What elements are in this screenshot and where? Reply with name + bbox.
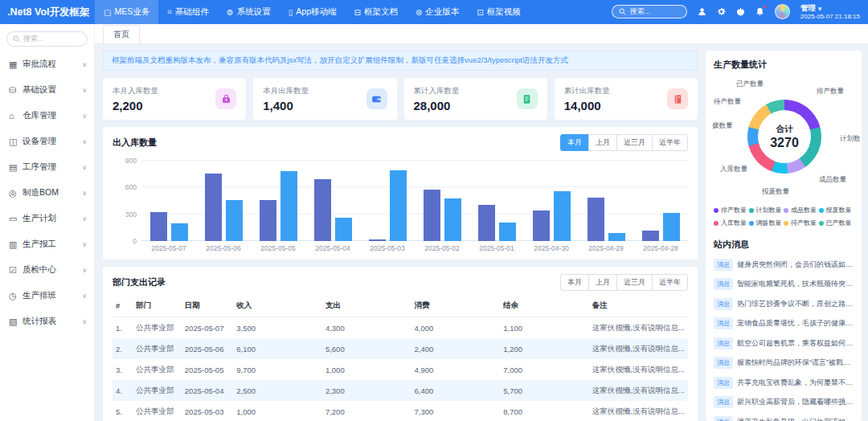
- nav-item-MES业务[interactable]: ▢MES业务: [95, 0, 158, 24]
- nav-item-框架文档[interactable]: ⊟框架文档: [346, 0, 407, 24]
- user-menu[interactable]: 管理 ∨ 2025-05-07 21:18:15: [800, 4, 860, 20]
- bell-icon[interactable]: [755, 7, 764, 16]
- table-cell: 公共事业部: [133, 380, 182, 401]
- message-item[interactable]: 消息热门综艺抄袭争议不断，原创之路在何方？: [714, 298, 854, 310]
- folder-icon: ⊟: [354, 8, 361, 17]
- quality-icon: ☑: [9, 265, 23, 276]
- stat-card-text: 累计出库数量14,000: [564, 86, 610, 112]
- nav-item-框架视频[interactable]: ⊡框架视频: [468, 0, 529, 24]
- user-icon[interactable]: [698, 7, 706, 16]
- message-item[interactable]: 消息服装快时尚品牌的环保“谎言”被戳破？: [714, 357, 854, 369]
- navbar-search-input[interactable]: 搜索...: [612, 5, 687, 18]
- message-item[interactable]: 消息航空公司超售机票，乘客权益如何保障？: [714, 337, 854, 349]
- table-cell: 公共事业部: [133, 317, 182, 339]
- chevron-down-icon: ∨: [82, 215, 87, 223]
- donut-legend: 排产数量计划数量成品数量报废数量入库数量调拨数量待产数量已产数量: [714, 206, 854, 231]
- donut-center: 合计 3270: [758, 110, 811, 163]
- stat-card-label: 本月出库数量: [263, 86, 309, 96]
- legend-label: 计划数量: [756, 206, 782, 215]
- chevron-down-icon: ∨: [82, 87, 87, 94]
- nav-item-基础组件[interactable]: ⌗基础组件: [158, 0, 218, 24]
- x-axis-label: 2025-05-01: [469, 244, 524, 252]
- production-donut-area: 合计 3270 已产数量 排产数量 计划数 成品数量 报废数量 入库数量 拨数量…: [714, 76, 854, 201]
- phone-icon: ▯: [289, 8, 293, 17]
- message-item[interactable]: 消息宠物食品质量堪忧，毛孩子的健康谁守护？: [714, 317, 854, 329]
- sidebar-item-生产报工[interactable]: ▥生产报工∨: [0, 231, 94, 257]
- sidebar-item-设备管理[interactable]: ◫设备管理∨: [0, 129, 94, 154]
- table-cell: 4,300: [322, 317, 411, 339]
- sidebar-item-label: 制造BOM: [23, 187, 82, 198]
- legend-item-排产数量: 排产数量: [714, 206, 749, 215]
- message-item[interactable]: 消息智能家电频繁死机，技术瓶颈待突破？: [714, 278, 854, 290]
- avatar[interactable]: [775, 4, 790, 19]
- table-cell: 这家伙很懒,没有说明信息...: [589, 359, 688, 380]
- nav-item-App移动端[interactable]: ▯App移动端: [280, 0, 346, 24]
- sidebar-item-生产计划[interactable]: ▭生产计划∨: [0, 206, 94, 231]
- filter-button-近三月[interactable]: 近三月: [616, 274, 653, 291]
- stat-card-label: 本月入库数量: [113, 86, 158, 96]
- navbar-menu: ▢MES业务⌗基础组件⚙系统设置▯App移动端⊟框架文档⊜企业版本⊡框架视频: [95, 0, 530, 24]
- legend-item-已产数量: 已产数量: [819, 219, 854, 227]
- y-axis-tick: 900: [114, 157, 137, 165]
- legend-label: 待产数量: [791, 219, 817, 227]
- message-tag: 消息: [714, 259, 733, 271]
- nav-item-系统设置[interactable]: ⚙系统设置: [218, 0, 280, 24]
- table-cell: 1,000: [322, 359, 411, 380]
- filter-button-上月[interactable]: 上月: [588, 134, 617, 151]
- legend-dot: [819, 208, 824, 213]
- table-cell: 8,700: [500, 401, 589, 421]
- expense-table-panel: 部门支出记录 本月上月近三月近半年 #部门日期收入支出消费结余备注 1.公共事业…: [103, 267, 698, 421]
- nav-item-企业版本[interactable]: ⊜企业版本: [407, 0, 468, 24]
- table-cell: 公共事业部: [133, 338, 182, 359]
- chevron-down-icon: ∨: [82, 267, 87, 274]
- stat-card-本月入库数量: 本月入库数量2,200: [103, 78, 246, 120]
- tab-home[interactable]: 首页: [103, 25, 140, 43]
- sidebar-item-label: 统计报表: [23, 316, 82, 327]
- bar-入库: [588, 198, 604, 241]
- filter-button-本月[interactable]: 本月: [560, 274, 589, 291]
- chevron-down-icon: ∨: [817, 6, 822, 11]
- filter-button-上月[interactable]: 上月: [588, 274, 617, 291]
- stat-card-value: 14,000: [564, 99, 610, 112]
- table-cell: 1,200: [500, 338, 589, 359]
- sidebar-item-工序管理[interactable]: ▤工序管理∨: [0, 154, 94, 180]
- bar-group: [579, 161, 633, 241]
- message-tag: 消息: [714, 396, 733, 408]
- io-chart-plot: 0300600900: [141, 161, 688, 241]
- legend-dot: [819, 221, 824, 226]
- filter-button-近三月[interactable]: 近三月: [616, 134, 653, 151]
- y-axis-tick: 0: [114, 237, 137, 245]
- sidebar-search-input[interactable]: 搜索...: [6, 31, 88, 47]
- sidebar-item-仓库管理[interactable]: ⌂仓库管理∨: [0, 103, 94, 129]
- table-cell: 7,200: [322, 401, 411, 421]
- message-item[interactable]: 消息健身房突然倒闭，会员们的钱该如何追回？: [714, 259, 854, 271]
- table-cell: 4,900: [411, 359, 501, 380]
- nav-item-label: 系统设置: [237, 6, 271, 18]
- sidebar-item-质检中心[interactable]: ☑质检中心∨: [0, 257, 94, 283]
- sidebar-item-生产排班[interactable]: ◷生产排班∨: [0, 283, 94, 309]
- gear-icon: ⚙: [227, 8, 234, 17]
- legend-item-调拨数量: 调拨数量: [749, 219, 784, 227]
- table-cell: 这家伙很懒,没有说明信息...: [589, 401, 688, 421]
- warehouse-icon: ⌂: [9, 111, 23, 121]
- legend-dot: [714, 221, 719, 226]
- y-axis-tick: 600: [114, 183, 137, 191]
- bar-入库: [205, 174, 222, 241]
- sidebar-item-基础设置[interactable]: ⛁基础设置∨: [0, 77, 94, 103]
- bar-出库: [226, 200, 243, 241]
- filter-button-近半年[interactable]: 近半年: [652, 274, 688, 291]
- message-item[interactable]: 消息新兴职业高薪背后，隐藏着哪些挑战？: [714, 396, 854, 408]
- gear-icon[interactable]: [717, 7, 726, 16]
- column-header-部门: 部门: [133, 295, 182, 317]
- sidebar-item-审批流程[interactable]: ▦审批流程∨: [0, 51, 94, 77]
- table-row: 4.公共事业部2025-05-042,5002,3006,4005,700这家伙…: [113, 380, 688, 401]
- message-item[interactable]: 消息共享充电宝收费乱象，为何屡禁不止？: [714, 377, 854, 389]
- message-item[interactable]: 消息酒店卫生乱象又现，出门住宿该如何选？: [714, 416, 854, 421]
- sidebar-item-制造BOM[interactable]: ◎制造BOM∨: [0, 180, 94, 206]
- power-icon[interactable]: [736, 7, 745, 16]
- sidebar-item-统计报表[interactable]: ▧统计报表∨: [0, 309, 94, 334]
- filter-button-本月[interactable]: 本月: [560, 134, 589, 151]
- filter-button-近半年[interactable]: 近半年: [652, 134, 688, 151]
- search-icon: [13, 35, 20, 43]
- bar-入库: [642, 231, 659, 241]
